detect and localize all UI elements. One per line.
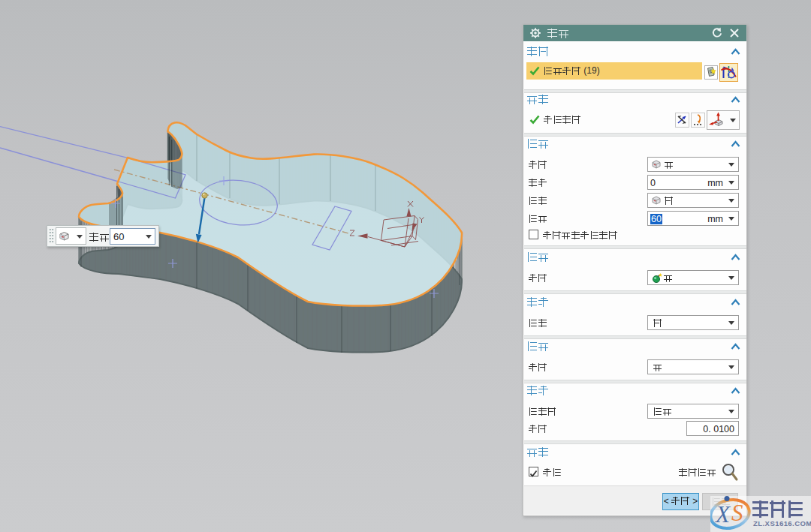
svg-text:S: S (731, 500, 743, 526)
svg-text:X: X (714, 501, 731, 527)
